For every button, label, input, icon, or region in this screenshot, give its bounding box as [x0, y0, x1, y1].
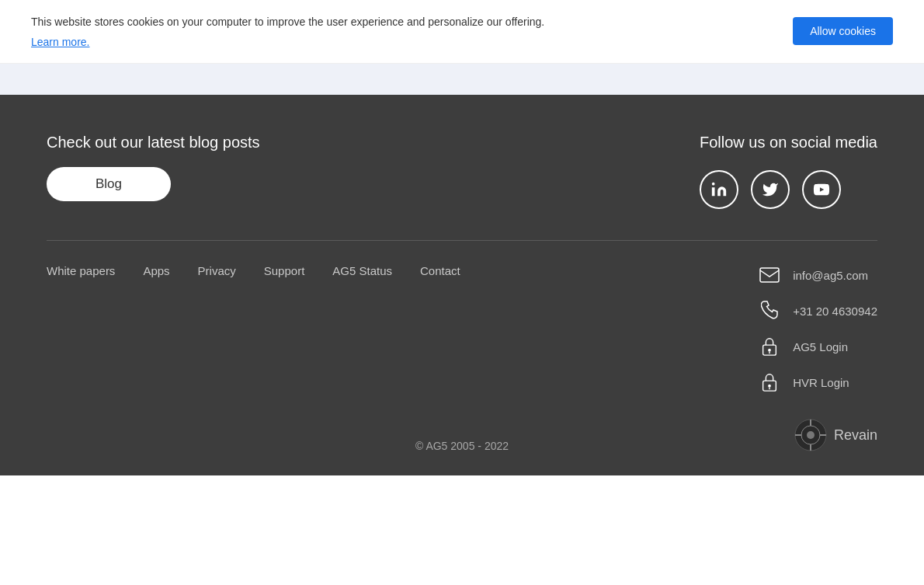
cookie-banner: This website stores cookies on your comp… — [0, 0, 924, 64]
footer-divider — [47, 240, 877, 241]
svg-point-8 — [768, 385, 771, 388]
privacy-link[interactable]: Privacy — [198, 264, 236, 277]
ag5-login-contact[interactable]: AG5 Login — [759, 336, 877, 357]
cookie-text: This website stores cookies on your comp… — [31, 14, 544, 49]
svg-point-1 — [712, 183, 715, 186]
copyright-text: © AG5 2005 - 2022 — [415, 440, 509, 452]
apps-link[interactable]: Apps — [143, 264, 169, 277]
white-papers-link[interactable]: White papers — [47, 264, 115, 277]
blog-section: Check out our latest blog posts Blog — [47, 134, 260, 201]
ag5-status-link[interactable]: AG5 Status — [332, 264, 392, 277]
footer-bottom: © AG5 2005 - 2022 Revain — [47, 424, 877, 452]
footer-middle-section: White papers Apps Privacy Support AG5 St… — [47, 264, 877, 393]
phone-contact[interactable]: +31 20 4630942 — [759, 300, 877, 322]
cookie-learn-more-link[interactable]: Learn more. — [31, 36, 89, 48]
social-heading: Follow us on social media — [700, 134, 877, 151]
revain-logo-icon — [794, 418, 828, 452]
phone-icon — [759, 300, 780, 322]
social-section: Follow us on social media — [700, 134, 877, 209]
lock-hvr-icon — [759, 371, 780, 393]
blog-button[interactable]: Blog — [47, 167, 171, 201]
blue-divider-strip — [0, 64, 924, 95]
footer: Check out our latest blog posts Blog Fol… — [0, 95, 924, 475]
footer-contact-info: info@ag5.com +31 20 4630942 — [759, 264, 877, 393]
email-value: info@ag5.com — [793, 269, 868, 282]
hvr-login-value: HVR Login — [793, 376, 849, 389]
phone-value: +31 20 4630942 — [793, 305, 877, 318]
cookie-message: This website stores cookies on your comp… — [31, 14, 544, 30]
ag5-login-value: AG5 Login — [793, 340, 848, 353]
support-link[interactable]: Support — [264, 264, 305, 277]
youtube-icon[interactable] — [802, 170, 841, 209]
linkedin-icon[interactable] — [700, 170, 738, 209]
social-icons-group — [700, 170, 841, 209]
svg-point-5 — [768, 349, 771, 352]
twitter-icon[interactable] — [751, 170, 790, 209]
blog-heading: Check out our latest blog posts — [47, 134, 260, 151]
svg-rect-0 — [712, 187, 715, 196]
lock-ag5-icon — [759, 336, 780, 357]
allow-cookies-button[interactable]: Allow cookies — [793, 17, 893, 45]
svg-point-12 — [807, 431, 815, 439]
footer-top-section: Check out our latest blog posts Blog Fol… — [47, 134, 877, 209]
footer-nav-links: White papers Apps Privacy Support AG5 St… — [47, 264, 460, 277]
revain-badge[interactable]: Revain — [794, 418, 877, 452]
hvr-login-contact[interactable]: HVR Login — [759, 371, 877, 393]
revain-label: Revain — [834, 427, 877, 444]
svg-rect-3 — [760, 268, 779, 282]
email-icon — [759, 264, 780, 286]
contact-link[interactable]: Contact — [420, 264, 460, 277]
email-contact[interactable]: info@ag5.com — [759, 264, 877, 286]
